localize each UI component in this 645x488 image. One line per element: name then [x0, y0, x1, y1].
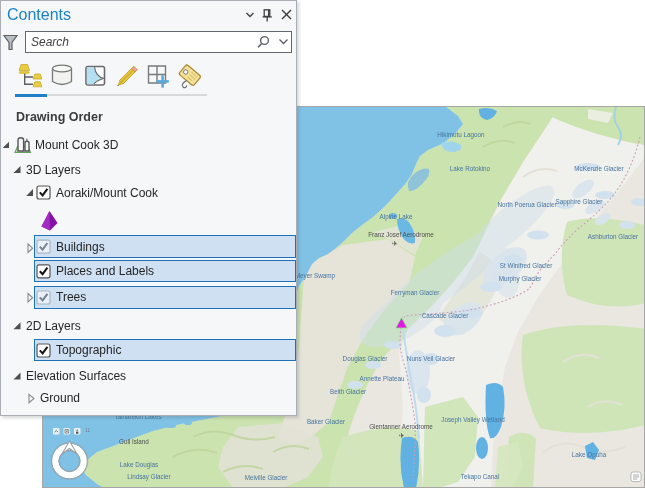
- svg-text:Hikimutu Lagoon: Hikimutu Lagoon: [437, 131, 485, 139]
- svg-text:North Poerua Glacier: North Poerua Glacier: [497, 201, 556, 208]
- svg-text:Tekapo Canal: Tekapo Canal: [461, 473, 500, 481]
- svg-text:Beith Glacier: Beith Glacier: [330, 388, 366, 395]
- svg-text:Baker Glacier: Baker Glacier: [307, 418, 345, 425]
- svg-text:✈: ✈: [392, 240, 398, 247]
- svg-text:Meyer Swamp: Meyer Swamp: [295, 272, 336, 280]
- svg-text:Annette Plateau: Annette Plateau: [360, 375, 405, 382]
- svg-text:Cascade Glacier: Cascade Glacier: [422, 312, 469, 319]
- svg-text:McKenzie Glacier: McKenzie Glacier: [574, 165, 623, 172]
- svg-text:Alpine Lake: Alpine Lake: [380, 213, 413, 221]
- svg-text:Joseph Valley Wetland: Joseph Valley Wetland: [441, 416, 505, 424]
- svg-text:Glentanner Aerodrome: Glentanner Aerodrome: [369, 423, 433, 430]
- svg-text:Ashburton Glacier: Ashburton Glacier: [588, 233, 638, 240]
- svg-text:Melville Glacier: Melville Glacier: [245, 474, 288, 481]
- svg-text:Murphy Glacier: Murphy Glacier: [499, 275, 542, 283]
- svg-text:Lake Douglas: Lake Douglas: [120, 461, 159, 469]
- svg-text:Ferryman Glacier: Ferryman Glacier: [391, 289, 440, 297]
- svg-text:Nuns Veil Glacier: Nuns Veil Glacier: [407, 355, 455, 362]
- svg-text:Gull Island: Gull Island: [119, 438, 149, 445]
- svg-text:Lindsay Glacier: Lindsay Glacier: [127, 473, 170, 481]
- svg-text:Douglas Glacier: Douglas Glacier: [343, 355, 388, 363]
- svg-text:✈: ✈: [399, 432, 405, 439]
- svg-text:Sapphire Glacier: Sapphire Glacier: [556, 198, 603, 206]
- svg-text:Lake Rotokino: Lake Rotokino: [450, 165, 491, 172]
- svg-text:Franz Josef Aerodrome: Franz Josef Aerodrome: [368, 231, 434, 238]
- svg-text:St Winifred Glacier: St Winifred Glacier: [500, 262, 553, 269]
- svg-text:Lake Opuha: Lake Opuha: [572, 451, 607, 459]
